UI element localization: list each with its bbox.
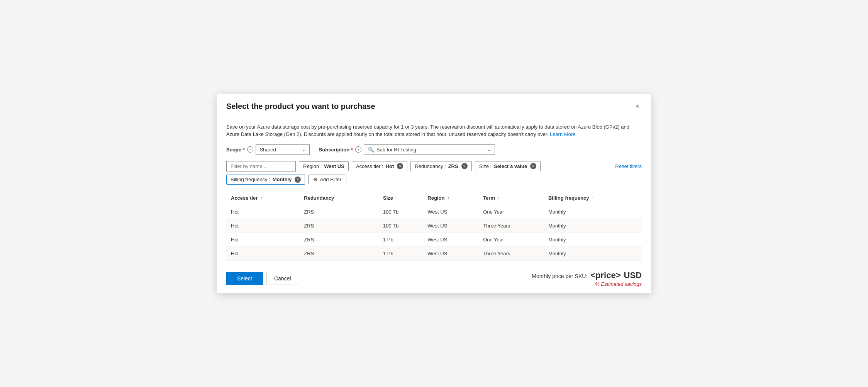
- cell-redundancy: ZRS: [299, 205, 378, 219]
- footer-actions: Select Cancel: [226, 272, 299, 285]
- cell-redundancy: ZRS: [299, 219, 378, 233]
- col-region[interactable]: Region ↕: [423, 191, 478, 205]
- cell-access_tier: Hot: [226, 219, 299, 233]
- subscription-info-icon[interactable]: i: [355, 146, 361, 153]
- cell-billing_frequency: Monthly: [544, 205, 642, 219]
- cell-size: 1 Pb: [378, 233, 423, 246]
- table-row[interactable]: HotZRS100 TbWest USThree YearsMonthly: [226, 219, 642, 233]
- redundancy-filter-tag: Redundancy : ZRS ×: [410, 161, 471, 171]
- cell-term: Three Years: [478, 246, 544, 260]
- filters-row-2: Billing frequency : Monthly × ⊕ Add Filt…: [226, 175, 642, 185]
- price-value: <price>: [590, 270, 620, 280]
- cell-term: One Year: [478, 205, 544, 219]
- form-row: Scope * i Shared ⌄ Subscription * i 🔍: [226, 144, 642, 155]
- col-access-tier[interactable]: Access tier ↕: [226, 191, 299, 205]
- add-filter-button[interactable]: ⊕ Add Filter: [308, 175, 346, 184]
- price-row: Monthly price per SKU: <price> USD: [532, 270, 642, 280]
- size-remove-icon[interactable]: ×: [530, 163, 536, 169]
- cell-size: 100 Tb: [378, 205, 423, 219]
- table-row[interactable]: HotZRS1 PbWest USOne YearMonthly: [226, 233, 642, 246]
- col-size[interactable]: Size ↕: [378, 191, 423, 205]
- products-table: Access tier ↕ Redundancy ↕ Size ↕ Regi: [226, 191, 642, 261]
- products-table-container: Access tier ↕ Redundancy ↕ Size ↕ Regi: [226, 191, 642, 261]
- cell-redundancy: ZRS: [299, 233, 378, 246]
- dialog-header: Select the product you want to purchase …: [217, 94, 651, 115]
- cell-access_tier: Hot: [226, 205, 299, 219]
- filters-row-1: Region : West US Access tier : Hot × Red…: [226, 161, 642, 171]
- cell-region: West US: [423, 233, 478, 246]
- region-filter-tag: Region : West US: [299, 161, 349, 171]
- billing-remove-icon[interactable]: ×: [295, 177, 301, 183]
- size-filter-tag: Size : Select a value ×: [475, 161, 541, 171]
- price-label: Monthly price per SKU:: [532, 273, 587, 279]
- subscription-dropdown[interactable]: 🔍 Sub for RI Testing ⌄: [364, 144, 495, 155]
- table-row[interactable]: HotZRS1 PbWest USThree YearsMonthly: [226, 246, 642, 260]
- sort-access-tier-icon: ↕: [261, 197, 263, 200]
- learn-more-link[interactable]: Learn More: [550, 131, 575, 137]
- col-billing[interactable]: Billing frequency ↕: [544, 191, 642, 205]
- scope-label: Scope *: [226, 147, 245, 153]
- table-header-row: Access tier ↕ Redundancy ↕ Size ↕ Regi: [226, 191, 642, 205]
- sub-required: *: [351, 147, 353, 153]
- dialog-description-area: Save on your Azure data storage cost by …: [217, 115, 651, 155]
- cell-size: 1 Pb: [378, 246, 423, 260]
- close-button[interactable]: ×: [633, 102, 642, 110]
- filter-by-name-input[interactable]: [226, 161, 296, 171]
- scope-required: *: [243, 147, 245, 153]
- cell-access_tier: Hot: [226, 233, 299, 246]
- redundancy-remove-icon[interactable]: ×: [461, 163, 468, 169]
- col-redundancy[interactable]: Redundancy ↕: [299, 191, 378, 205]
- cell-term: Three Years: [478, 219, 544, 233]
- scope-info-icon[interactable]: i: [247, 146, 253, 153]
- cell-region: West US: [423, 219, 478, 233]
- sort-redundancy-icon: ↕: [337, 197, 339, 200]
- cell-billing_frequency: Monthly: [544, 246, 642, 260]
- price-currency: USD: [624, 270, 642, 280]
- cell-access_tier: Hot: [226, 246, 299, 260]
- subscription-field: Subscription * i 🔍 Sub for RI Testing ⌄: [319, 144, 495, 155]
- col-term[interactable]: Term ↕: [478, 191, 544, 205]
- add-filter-icon: ⊕: [313, 177, 317, 182]
- cancel-button[interactable]: Cancel: [266, 272, 299, 285]
- sort-term-icon: ↕: [498, 197, 500, 200]
- purchase-dialog: Select the product you want to purchase …: [217, 94, 651, 293]
- cell-region: West US: [423, 246, 478, 260]
- reset-filters-link[interactable]: Reset filters: [615, 163, 642, 169]
- filter-tags-row1: Region : West US Access tier : Hot × Red…: [226, 161, 541, 171]
- sort-size-icon: ↕: [396, 197, 398, 200]
- sort-region-icon: ↕: [448, 197, 449, 200]
- subscription-label: Subscription *: [319, 147, 353, 153]
- billing-filter-tag: Billing frequency : Monthly ×: [226, 175, 305, 185]
- cell-term: One Year: [478, 233, 544, 246]
- cell-billing_frequency: Monthly: [544, 219, 642, 233]
- subscription-chevron-icon: ⌄: [487, 147, 491, 152]
- table-row[interactable]: HotZRS100 TbWest USOne YearMonthly: [226, 205, 642, 219]
- select-button[interactable]: Select: [226, 272, 263, 285]
- description-text: Save on your Azure data storage cost by …: [226, 123, 642, 138]
- subscription-search-icon: 🔍: [368, 147, 374, 153]
- sort-billing-icon: ↕: [592, 197, 594, 200]
- cell-region: West US: [423, 205, 478, 219]
- table-body: HotZRS100 TbWest USOne YearMonthlyHotZRS…: [226, 205, 642, 260]
- access-tier-remove-icon[interactable]: ×: [397, 163, 403, 169]
- footer-pricing: Monthly price per SKU: <price> USD % Est…: [532, 270, 642, 287]
- cell-size: 100 Tb: [378, 219, 423, 233]
- cell-billing_frequency: Monthly: [544, 233, 642, 246]
- cell-redundancy: ZRS: [299, 246, 378, 260]
- filters-area: Region : West US Access tier : Hot × Red…: [217, 161, 651, 261]
- scope-field: Scope * i Shared ⌄: [226, 144, 310, 155]
- dialog-footer: Select Cancel Monthly price per SKU: <pr…: [217, 264, 651, 293]
- savings-text: % Estimated savings: [532, 281, 642, 287]
- access-tier-filter-tag: Access tier : Hot ×: [352, 161, 407, 171]
- scope-chevron-icon: ⌄: [302, 147, 305, 152]
- scope-dropdown[interactable]: Shared ⌄: [256, 144, 310, 155]
- dialog-title: Select the product you want to purchase: [226, 102, 375, 111]
